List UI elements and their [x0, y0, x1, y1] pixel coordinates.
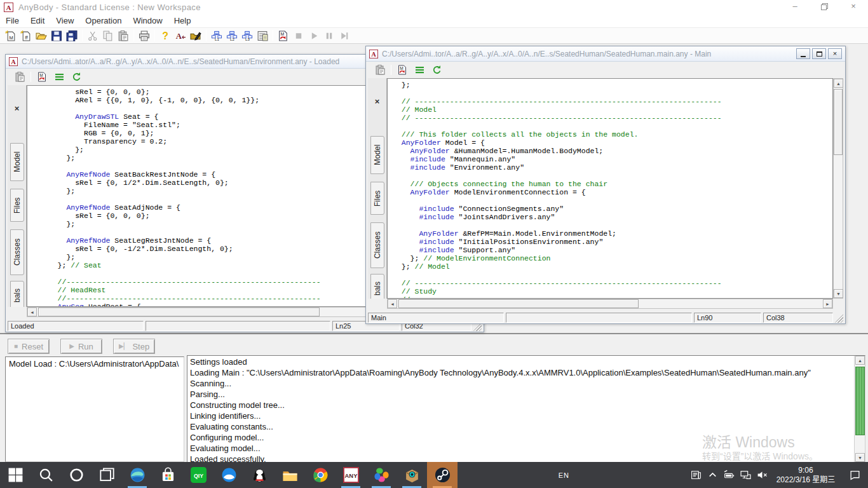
editor2-vertical-scrollbar[interactable]: ▲ ▼: [833, 78, 843, 299]
store-taskbar-button[interactable]: [153, 462, 183, 488]
chevron-up-tray-button[interactable]: [704, 462, 721, 488]
anybody-taskbar-button[interactable]: ANY: [336, 462, 366, 488]
chrome-taskbar-button[interactable]: [305, 462, 336, 488]
scrollbar-thumb[interactable]: [38, 308, 320, 316]
status-line: Ln90: [694, 313, 761, 323]
step-button[interactable]: [337, 29, 352, 43]
properties-button[interactable]: [255, 29, 270, 43]
start-taskbar-button[interactable]: [0, 462, 31, 488]
paste-button[interactable]: [116, 29, 131, 43]
close-file-icon[interactable]: ×: [11, 103, 23, 114]
reload-button[interactable]: [430, 64, 443, 76]
close-icon[interactable]: ×: [828, 48, 842, 59]
browser-taskbar-button[interactable]: [214, 462, 244, 488]
menu-operation[interactable]: Operation: [79, 16, 127, 25]
task-view-taskbar-button[interactable]: [92, 462, 122, 488]
sidebar-tab-bals[interactable]: bals: [10, 281, 24, 307]
scrollbar-thumb[interactable]: [398, 299, 639, 308]
new-model-button[interactable]: M: [3, 29, 18, 43]
pinwheel-taskbar-button[interactable]: [366, 462, 397, 488]
reset-button[interactable]: ■Reset: [8, 339, 50, 354]
load-main-button[interactable]: M: [36, 71, 48, 83]
editor2-horizontal-scrollbar[interactable]: ◄ ►: [387, 299, 833, 309]
save-button[interactable]: [49, 29, 64, 43]
scroll-down-icon[interactable]: ▼: [834, 289, 843, 298]
box-app-taskbar-button[interactable]: [397, 462, 427, 488]
run-button[interactable]: [306, 29, 322, 43]
model-load-item[interactable]: Model Load : C:\Users\Administrator\AppD…: [9, 359, 179, 369]
open-button[interactable]: [34, 29, 49, 43]
code-editor-main[interactable]: }; // ----------------------------------…: [387, 78, 833, 299]
search-taskbar-button[interactable]: [31, 462, 61, 488]
minimize-icon[interactable]: –: [780, 0, 810, 14]
network-tray-button[interactable]: [737, 462, 754, 488]
status-col: Col38: [763, 313, 833, 323]
print-button[interactable]: [137, 29, 152, 43]
battery-tray-button[interactable]: [721, 462, 737, 488]
log-scrollbar[interactable]: ▲ ▼: [854, 356, 865, 462]
restore-icon[interactable]: [812, 48, 826, 59]
taskbar-clock[interactable]: 9:06 2022/3/16 星期三: [773, 466, 839, 485]
sidebar-tab-model[interactable]: Model: [370, 136, 384, 174]
reload-button[interactable]: [70, 71, 83, 83]
browser-icon: [221, 467, 237, 483]
cortana-taskbar-button[interactable]: [61, 462, 92, 488]
news-tray-button[interactable]: [688, 462, 704, 488]
paste-button[interactable]: [13, 71, 26, 83]
close-file-icon[interactable]: ×: [372, 96, 383, 107]
close-icon[interactable]: ×: [839, 0, 868, 14]
scroll-up-icon[interactable]: ▲: [834, 79, 843, 88]
find-font-button[interactable]: A: [173, 29, 188, 43]
load-model-button[interactable]: M: [276, 29, 291, 43]
menu-window[interactable]: Window: [127, 16, 168, 25]
sidebar-tab-model[interactable]: Model: [10, 143, 24, 181]
sidebar-tab-files[interactable]: Files: [370, 182, 384, 215]
stop-button[interactable]: [291, 29, 306, 43]
restore-icon[interactable]: [810, 0, 839, 14]
paste-button[interactable]: [374, 64, 386, 76]
iqiyi-taskbar-button[interactable]: QIY: [183, 462, 214, 488]
menu-help[interactable]: Help: [168, 16, 197, 25]
cut-button[interactable]: [85, 29, 100, 43]
scroll-left-icon[interactable]: ◄: [27, 308, 37, 316]
file-explorer-taskbar-button[interactable]: [275, 462, 305, 488]
edge-taskbar-button[interactable]: [122, 462, 153, 488]
minimize-icon[interactable]: [796, 48, 810, 59]
help-button[interactable]: ?: [158, 29, 173, 43]
run-button[interactable]: ▶Run: [60, 339, 102, 354]
new-file-button[interactable]: #: [18, 29, 34, 43]
copy-button[interactable]: [100, 29, 116, 43]
resize-grip[interactable]: [835, 313, 843, 323]
code-line: [393, 221, 832, 229]
scroll-left-icon[interactable]: ◄: [388, 299, 397, 308]
tree-l3-button[interactable]: L3: [240, 29, 255, 43]
qq-taskbar-button[interactable]: [244, 462, 275, 488]
load-main-button[interactable]: M: [396, 64, 409, 76]
scroll-right-icon[interactable]: ►: [823, 299, 832, 308]
tree-l1-button[interactable]: L1: [209, 29, 224, 43]
tree-l2-button[interactable]: L2: [224, 29, 240, 43]
operation-tree-panel[interactable]: Model Load : C:\Users\Administrator\AppD…: [5, 356, 184, 462]
anybody-icon: ANY: [343, 467, 359, 483]
sidebar-tab-classes[interactable]: Classes: [10, 229, 24, 275]
scrollbar-thumb[interactable]: [834, 89, 843, 155]
sidebar-tab-files[interactable]: Files: [10, 189, 24, 222]
scrollbar-thumb[interactable]: [855, 367, 865, 435]
language-indicator[interactable]: EN: [559, 471, 569, 479]
step-button[interactable]: ▶▏Step: [113, 339, 155, 354]
menu-edit[interactable]: Edit: [25, 16, 50, 25]
volume-muted-tray-button[interactable]: [754, 462, 770, 488]
action-center-button[interactable]: [841, 462, 868, 488]
pause-button[interactable]: [322, 29, 337, 43]
menu-file[interactable]: File: [0, 16, 25, 25]
scroll-up-icon[interactable]: ▲: [855, 356, 865, 365]
save-all-button[interactable]: [64, 29, 79, 43]
folder-edit-button[interactable]: [188, 29, 203, 43]
scroll-down-icon[interactable]: ▼: [855, 453, 865, 462]
sidebar-tab-bals[interactable]: bals: [370, 274, 384, 299]
line-numbers-button[interactable]: [53, 71, 65, 83]
line-numbers-button[interactable]: [413, 64, 426, 76]
sidebar-tab-classes[interactable]: Classes: [370, 222, 384, 268]
steam-taskbar-button[interactable]: [427, 462, 458, 488]
menu-view[interactable]: View: [50, 16, 79, 25]
